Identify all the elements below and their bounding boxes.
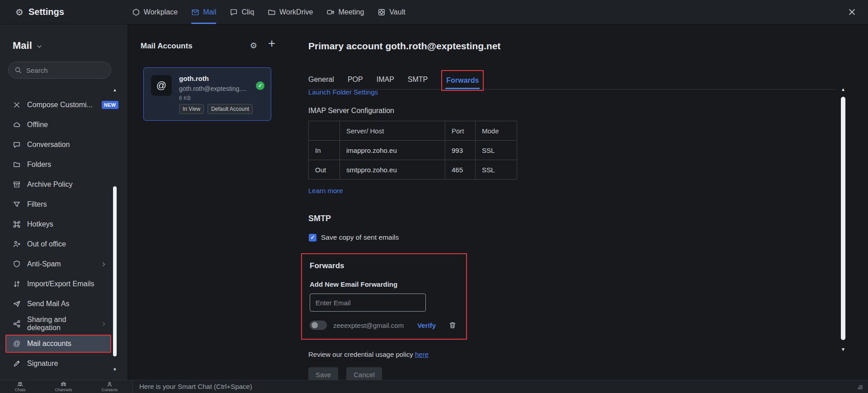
- search-icon: [14, 66, 22, 74]
- accounts-gear-icon[interactable]: ⚙: [250, 41, 257, 51]
- sidebar-item-label: Out of office: [27, 240, 66, 248]
- sidebar-item-signature[interactable]: Signature: [0, 354, 127, 374]
- sidebar-item-mail-accounts[interactable]: @ Mail accounts: [5, 335, 111, 353]
- scroll-up-icon[interactable]: ▲: [840, 87, 847, 92]
- sidebar-item-label: Folders: [27, 161, 51, 169]
- account-email: goth.roth@exptesting....: [179, 85, 257, 92]
- sidebar-section-dropdown[interactable]: Mail: [13, 40, 127, 52]
- pending-forward-row: zeeexptest@gmail.com Verify: [310, 321, 466, 330]
- verified-check-icon: ✓: [256, 81, 264, 90]
- forwards-tab-highlight: Forwards: [441, 70, 484, 91]
- add-account-icon[interactable]: +: [268, 37, 275, 51]
- imap-config-table: Server/ Host Port Mode In imappro.zoho.e…: [308, 121, 517, 180]
- nav-item-cliq[interactable]: Cliq: [230, 0, 254, 24]
- table-row: In imappro.zoho.eu 993 SSL: [309, 141, 517, 160]
- sidebar-scrollbar-thumb[interactable]: [113, 186, 117, 356]
- forward-email-input[interactable]: [310, 294, 426, 312]
- sidebar-item-label: Anti-Spam: [27, 260, 61, 268]
- sidebar-item-offline[interactable]: Offline: [0, 115, 127, 135]
- tab-pop[interactable]: POP: [348, 70, 363, 89]
- content-scrollbar[interactable]: ▲ ▼: [840, 87, 847, 352]
- content-scrollbar-thumb[interactable]: [841, 97, 845, 340]
- forward-toggle[interactable]: [310, 321, 327, 330]
- sidebar-item-folders[interactable]: Folders: [0, 155, 127, 175]
- cell-host: smtppro.zoho.eu: [340, 160, 445, 180]
- sidebar-item-label: Archive Policy: [27, 180, 72, 189]
- credential-policy-link[interactable]: here: [415, 350, 429, 358]
- tab-smtp[interactable]: SMTP: [408, 70, 428, 89]
- sidebar-item-anti-spam[interactable]: Anti-Spam: [0, 254, 127, 274]
- tab-imap[interactable]: IMAP: [377, 70, 394, 89]
- sidebar-item-label: Signature: [27, 360, 58, 368]
- sidebar-item-sharing-delegation[interactable]: Sharing and delegation: [0, 314, 127, 334]
- panel-title: Mail Accounts: [141, 42, 193, 51]
- action-buttons: Save Cancel: [308, 367, 835, 380]
- sidebar-item-send-mail-as[interactable]: Send Mail As: [0, 294, 127, 314]
- sidebar-item-conversation[interactable]: Conversation: [0, 135, 127, 155]
- compose-customize-icon: [13, 101, 21, 109]
- delete-forward-icon[interactable]: [448, 321, 457, 329]
- sidebar-search[interactable]: [8, 62, 111, 79]
- sidebar-item-archive-policy[interactable]: Archive Policy: [0, 175, 127, 194]
- sidebar-item-import-export[interactable]: Import/Export Emails: [0, 274, 127, 294]
- cell-direction: Out: [309, 160, 340, 180]
- sidebar-item-label: Import/Export Emails: [27, 280, 94, 288]
- header-port: Port: [445, 121, 476, 141]
- header-mode: Mode: [476, 121, 517, 141]
- account-card[interactable]: @ goth.roth goth.roth@exptesting.... 6 K…: [143, 67, 271, 121]
- mail-accounts-panel: Mail Accounts ⚙ + @ goth.roth goth.roth@…: [127, 24, 301, 380]
- verify-link[interactable]: Verify: [417, 322, 436, 329]
- workplace-icon: [132, 8, 140, 16]
- nav-item-workdrive[interactable]: WorkDrive: [268, 0, 313, 24]
- save-copy-row: ✓ Save copy of sent emails: [309, 233, 835, 241]
- out-of-office-icon: [13, 240, 21, 248]
- save-copy-checkbox[interactable]: ✓: [309, 234, 316, 241]
- tab-general[interactable]: General: [308, 70, 334, 89]
- learn-more-link[interactable]: Learn more: [308, 187, 343, 194]
- cancel-button[interactable]: Cancel: [346, 367, 382, 380]
- account-tabs: General POP IMAP SMTP Forwards: [308, 70, 835, 90]
- sidebar-item-out-of-office[interactable]: Out of office: [0, 234, 127, 254]
- window-title: Settings: [28, 7, 64, 17]
- chats-icon: [17, 381, 23, 387]
- smart-chat-hint[interactable]: Here is your Smart Chat (Ctrl+Space): [139, 380, 252, 393]
- import-export-icon: [13, 280, 21, 288]
- mail-accounts-icon: @: [13, 340, 21, 348]
- default-account-badge: Default Account: [208, 104, 253, 114]
- chats-label: Chats: [15, 388, 26, 392]
- forwards-heading: Forwards: [310, 261, 466, 270]
- nav-item-vault[interactable]: Vault: [377, 0, 405, 24]
- nav-item-meeting[interactable]: Meeting: [326, 0, 364, 24]
- sharing-icon: [13, 320, 21, 328]
- sidebar-item-label: Filters: [27, 200, 47, 208]
- resize-grip-icon[interactable]: [857, 384, 863, 390]
- contacts-label: Contacts: [102, 388, 118, 392]
- cell-mode: SSL: [476, 141, 517, 160]
- sidebar-item-filters[interactable]: Filters: [0, 194, 127, 214]
- scroll-up-icon[interactable]: ▲: [112, 88, 118, 92]
- tab-forwards[interactable]: Forwards: [446, 71, 479, 90]
- toggle-knob: [311, 322, 318, 328]
- offline-icon: [13, 121, 21, 129]
- nav-label: WorkDrive: [279, 8, 313, 16]
- channels-shortcut[interactable]: Channels: [55, 381, 72, 392]
- scroll-down-icon[interactable]: ▼: [112, 367, 118, 372]
- save-button[interactable]: Save: [308, 367, 338, 380]
- table-header-row: Server/ Host Port Mode: [309, 121, 517, 141]
- launch-folder-settings-link[interactable]: Launch Folder Settings: [308, 90, 835, 96]
- cell-host: imappro.zoho.eu: [340, 141, 445, 160]
- sidebar-item-hotkeys[interactable]: Hotkeys: [0, 214, 127, 234]
- chats-shortcut[interactable]: Chats: [15, 381, 26, 392]
- search-input[interactable]: [26, 66, 105, 74]
- nav-item-workplace[interactable]: Workplace: [132, 0, 178, 24]
- sidebar-item-label: Conversation: [27, 141, 70, 149]
- scroll-down-icon[interactable]: ▼: [840, 347, 847, 352]
- contacts-shortcut[interactable]: Contacts: [102, 381, 118, 392]
- sidebar-scrollbar[interactable]: ▲ ▼: [112, 88, 118, 372]
- sidebar-item-compose-customization[interactable]: Compose Customi... NEW: [0, 95, 127, 115]
- close-icon[interactable]: [848, 8, 856, 16]
- nav-item-mail[interactable]: Mail: [191, 0, 216, 24]
- table-row: Out smtppro.zoho.eu 465 SSL: [309, 160, 517, 180]
- meeting-icon: [326, 8, 335, 16]
- header-blank: [309, 121, 340, 141]
